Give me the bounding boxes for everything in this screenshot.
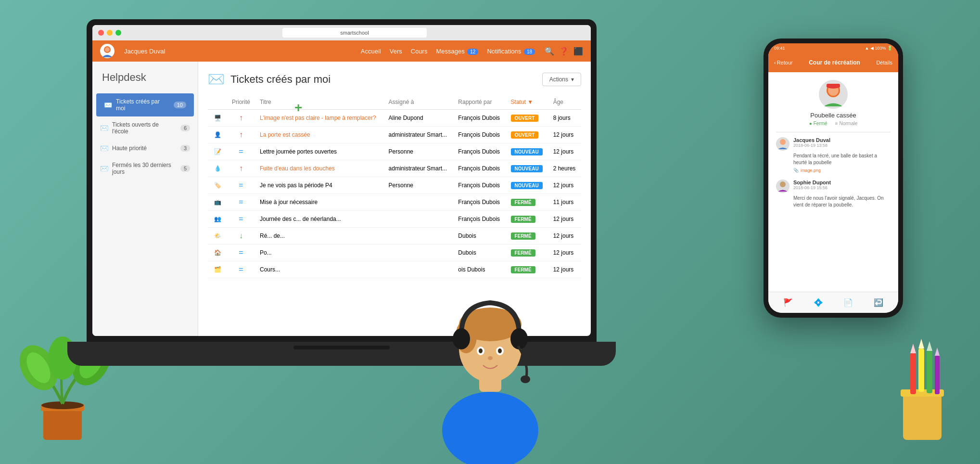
ticket-reporter-cell: François Dubois (453, 194, 506, 211)
ticket-reporter-cell: Dubois (453, 245, 506, 261)
nav-link-cours[interactable]: Cours (411, 48, 428, 55)
sidebar: Helpdesk ✉️ Tickets créés par moi 10 ✉️ … (92, 62, 198, 336)
col-header-priority: Priorité (227, 95, 255, 110)
ticket-priority-cell: = (227, 245, 255, 261)
navbar-links: Accueil Vers Cours Messages 12 Notificat… (361, 48, 535, 55)
sidebar-item-fermes[interactable]: ✉️ Fermés les 30 derniers jours 5 (92, 157, 198, 180)
diamond-icon[interactable]: 💠 (814, 298, 823, 307)
priority-arrow-icon: = (239, 198, 243, 206)
help-icon[interactable]: ❓ (559, 47, 569, 56)
sidebar-item-tickets-moi[interactable]: ✉️ Tickets créés par moi 10 (96, 93, 194, 116)
svg-marker-11 (910, 344, 916, 353)
ticket-title-text: Mise à jour nécessaire (260, 199, 318, 206)
navbar-username: Jacques Duval (124, 48, 351, 55)
ticket-status-cell: OUVERT (506, 110, 548, 127)
phone-navbar: ‹ Retour Cour de récréation Détails (768, 53, 898, 72)
ticket-title-cell: Po... (255, 245, 384, 261)
dot-green[interactable] (115, 30, 121, 36)
search-icon[interactable]: 🔍 (545, 47, 554, 56)
ticket-assignee-cell (384, 211, 454, 228)
sidebar-item-haute-priorite[interactable]: ✉️ Haute priorité 3 (92, 140, 198, 157)
content-header-icon: ✉️ (208, 71, 225, 87)
priority-arrow-icon: = (239, 147, 243, 155)
ticket-priority-cell: ↑ (227, 160, 255, 177)
priority-arrow-icon: = (239, 265, 243, 273)
pencil-holder-decoration (879, 315, 966, 450)
ticket-reporter-cell: François Dubois (453, 110, 506, 127)
ticket-assignee-cell: Personne (384, 177, 454, 194)
svg-point-26 (442, 392, 538, 464)
ticket-priority-cell: ↓ (227, 228, 255, 245)
dot-yellow[interactable] (107, 30, 113, 36)
sidebar-label-fermes: Fermés les 30 derniers jours (112, 162, 177, 175)
nav-link-notifications[interactable]: Notifications 18 (487, 48, 535, 55)
phone-toolbar: 🚩 💠 📄 ↩️ (768, 292, 898, 313)
svg-marker-13 (918, 339, 924, 348)
phone-msg-avatar-2 (776, 180, 789, 193)
ticket-assignee-cell: Aline Dupond (384, 110, 454, 127)
phone-msg-avatar-1 (776, 137, 789, 151)
ticket-title-link[interactable]: Fuite d'eau dans les douches (260, 165, 335, 172)
ticket-age-cell: 12 jours (548, 177, 581, 194)
ticket-icon-cell: 👤 (208, 127, 227, 143)
ticket-assignee-cell (384, 261, 454, 278)
attachment-icon: 📎 (793, 168, 799, 173)
status-badge: FERMÉ (511, 216, 535, 223)
document-icon[interactable]: 📄 (843, 298, 853, 307)
laptop-body: smartschool Jacques Duval Accueil Vers C… (87, 19, 597, 342)
actions-button[interactable]: Actions ▾ (542, 73, 581, 86)
svg-rect-16 (935, 356, 940, 394)
dot-red[interactable] (98, 30, 104, 36)
phone-wrapper: 09:41 ▲ ◀ 100% 🔋 ‹ Retour Cour de récréa… (764, 39, 903, 318)
ticket-reporter-cell: Dubois (453, 228, 506, 245)
ticket-title-cell: Ré... de... (255, 228, 384, 245)
table-row: 🏷️ = Je ne vois pas la période P4 Person… (208, 177, 581, 194)
phone-detail-link[interactable]: Détails (876, 60, 892, 65)
flag-icon[interactable]: 🚩 (783, 298, 793, 307)
nav-link-messages[interactable]: Messages 12 (436, 48, 478, 55)
ticket-age-cell: 12 jours (548, 127, 581, 143)
ticket-title-text: Ré... de... (260, 232, 285, 239)
back-chevron-icon: ‹ (774, 60, 776, 65)
status-badge: OUVERT (511, 115, 539, 122)
phone-signal: ▲ ◀ 100% 🔋 (865, 46, 892, 51)
ticket-title-text: Je ne vois pas la période P4 (260, 182, 332, 189)
ticket-title-cell: Cours... (255, 261, 384, 278)
sidebar-label-haute-priorite: Haute priorité (112, 145, 177, 152)
phone-msg-author-2: Sophie Dupont 2018-06-19 15:56 (793, 180, 831, 190)
ticket-icon-cell: 💧 (208, 160, 227, 177)
phone-time: 09:41 (774, 46, 785, 51)
lines-icon: ≡ (835, 121, 838, 126)
sidebar-count-fermes: 5 (180, 165, 190, 172)
envelope-icon-3: ✉️ (100, 144, 108, 152)
ticket-title-text: Cours... (260, 266, 280, 273)
col-header-icon (208, 95, 227, 110)
ticket-title-link[interactable]: L'image n'est pas claire - lampe à rempl… (260, 115, 376, 121)
nav-link-vers[interactable]: Vers (390, 48, 402, 55)
phone-nav-title: Cour de récréation (797, 59, 873, 66)
col-header-status[interactable]: Statut ▼ (506, 95, 548, 110)
priority-arrow-icon: ↓ (239, 232, 243, 240)
svg-rect-12 (918, 348, 924, 392)
content-title: Tickets créés par moi (230, 73, 536, 86)
phone-content: Poubelle cassée ● Fermé ≡ Normale (768, 72, 898, 292)
table-row: 🏠 = Po... Dubois FERMÉ 12 jours (208, 245, 581, 261)
ticket-priority-cell: = (227, 194, 255, 211)
ticket-reporter-cell: ois Dubois (453, 261, 506, 278)
ticket-title-link[interactable]: La porte est cassée (260, 131, 310, 138)
nav-link-accueil[interactable]: Accueil (361, 48, 381, 55)
ticket-assignee-cell (384, 228, 454, 245)
ticket-assignee-cell (384, 245, 454, 261)
svg-rect-0 (43, 406, 82, 440)
envelope-icon-2: ✉️ (100, 124, 108, 132)
phone-message-1: Jacques Duval 2018-06-19 13:58 Pendant l… (776, 137, 891, 173)
phone-back-button[interactable]: ‹ Retour (774, 60, 793, 65)
table-row: 👥 = Journée des c... de néerlanda... Fra… (208, 211, 581, 228)
reply-icon[interactable]: ↩️ (874, 298, 883, 307)
logout-icon[interactable]: ⬛ (573, 47, 583, 56)
table-row: 🗂️ = Cours... ois Dubois FERMÉ 12 jours (208, 261, 581, 278)
svg-point-6 (22, 348, 55, 387)
sidebar-label-tickets-moi: Tickets créés par moi (116, 98, 170, 112)
add-ticket-button[interactable]: + (294, 100, 302, 116)
sidebar-item-tickets-ecole[interactable]: ✉️ Tickets ouverts de l'école 6 (92, 116, 198, 140)
